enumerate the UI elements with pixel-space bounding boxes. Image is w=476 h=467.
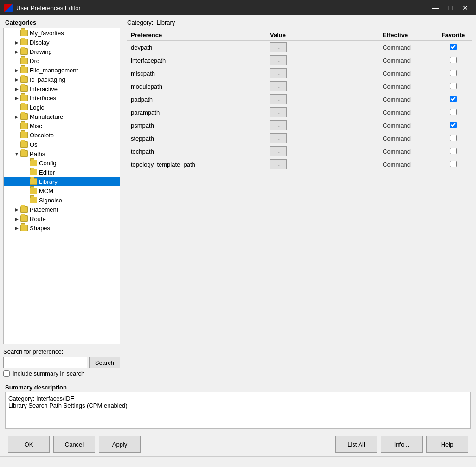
- tree-item-manufacture[interactable]: ▶Manufacture: [4, 112, 120, 121]
- pref-value-button[interactable]: ...: [270, 146, 287, 156]
- tree-expander: [22, 178, 30, 185]
- pref-favorite-cell: [435, 54, 472, 67]
- search-label: Search for preference:: [3, 348, 120, 355]
- tree-item-logic[interactable]: Logic: [4, 103, 120, 112]
- tree-item-misc[interactable]: Misc: [4, 121, 120, 130]
- tree-item-route[interactable]: ▶Route: [4, 214, 120, 223]
- tree-expander[interactable]: ▶: [13, 215, 20, 222]
- search-input[interactable]: [3, 357, 87, 368]
- tree-label: File_management: [30, 67, 78, 74]
- tree-expander[interactable]: ▶: [13, 85, 20, 92]
- tree-item-my_favorites[interactable]: My_favorites: [4, 28, 120, 38]
- tree-label: Logic: [30, 104, 44, 111]
- close-button[interactable]: ✕: [459, 3, 472, 13]
- tree-expander[interactable]: ▶: [13, 113, 20, 120]
- pref-value-button[interactable]: ...: [270, 55, 287, 65]
- tree-item-library[interactable]: Library: [4, 177, 120, 186]
- pref-favorite-checkbox[interactable]: [450, 122, 457, 128]
- tree-label: Drc: [30, 58, 39, 65]
- tree-expander[interactable]: ▶: [13, 48, 20, 55]
- folder-icon: [20, 95, 28, 101]
- pref-favorite-checkbox[interactable]: [450, 70, 457, 76]
- pref-favorite-checkbox[interactable]: [450, 148, 457, 154]
- titlebar: User Preferences Editor — □ ✕: [0, 0, 476, 15]
- pref-favorite-cell: [435, 145, 472, 158]
- pref-favorite-cell: [435, 158, 472, 171]
- pref-value-cell: ...: [266, 41, 313, 54]
- minimize-button[interactable]: —: [429, 3, 442, 13]
- pref-effective: Command: [379, 67, 435, 80]
- tree-expander[interactable]: ▶: [13, 39, 20, 46]
- tree-item-config[interactable]: Config: [4, 158, 120, 168]
- folder-icon: [20, 39, 28, 45]
- pref-value-button[interactable]: ...: [270, 107, 287, 117]
- folder-icon: [20, 215, 28, 222]
- pref-spacer: [313, 158, 379, 171]
- tree-expander[interactable]: ▶: [13, 224, 20, 232]
- folder-icon: [20, 85, 28, 92]
- apply-button[interactable]: Apply: [99, 436, 141, 453]
- tree-item-editor[interactable]: Editor: [4, 168, 120, 177]
- tree-expander[interactable]: ▶: [13, 66, 20, 74]
- pref-value-button[interactable]: ...: [270, 133, 287, 143]
- tree-label: Interfaces: [30, 95, 56, 102]
- tree-item-interfaces[interactable]: ▶Interfaces: [4, 93, 120, 103]
- tree-item-drc[interactable]: Drc: [4, 56, 120, 65]
- list-all-button[interactable]: List All: [335, 436, 377, 453]
- pref-favorite-checkbox[interactable]: [450, 109, 457, 115]
- tree-item-file_management[interactable]: ▶File_management: [4, 65, 120, 75]
- help-button[interactable]: Help: [426, 436, 468, 453]
- tree-label: Display: [30, 39, 50, 46]
- pref-value-button[interactable]: ...: [270, 42, 287, 52]
- tree-item-display[interactable]: ▶Display: [4, 38, 120, 47]
- tree-expander[interactable]: ▼: [13, 150, 20, 157]
- pref-favorite-checkbox[interactable]: [450, 161, 457, 167]
- pref-effective: Command: [379, 145, 435, 158]
- tree-item-signoise[interactable]: Signoise: [4, 195, 120, 205]
- pref-value-button[interactable]: ...: [270, 68, 287, 78]
- tree-item-placement[interactable]: ▶Placement: [4, 205, 120, 214]
- pref-value-button[interactable]: ...: [270, 159, 287, 169]
- pref-name: topology_template_path: [127, 158, 266, 171]
- tree-item-shapes[interactable]: ▶Shapes: [4, 223, 120, 233]
- search-button[interactable]: Search: [89, 357, 120, 368]
- pref-name: parampath: [127, 106, 266, 119]
- left-panel: Categories My_favorites▶Display▶DrawingD…: [0, 15, 123, 381]
- pref-value-button[interactable]: ...: [270, 94, 287, 104]
- pref-value-button[interactable]: ...: [270, 120, 287, 130]
- pref-favorite-checkbox[interactable]: [450, 83, 457, 89]
- tree-item-drawing[interactable]: ▶Drawing: [4, 47, 120, 56]
- cancel-button[interactable]: Cancel: [53, 436, 95, 453]
- tree-expander[interactable]: ▶: [13, 76, 20, 83]
- tree-item-interactive[interactable]: ▶Interactive: [4, 84, 120, 93]
- folder-icon: [20, 104, 28, 110]
- pref-name: padpath: [127, 93, 266, 106]
- include-summary-checkbox[interactable]: [3, 370, 10, 377]
- tree-container[interactable]: My_favorites▶Display▶DrawingDrc▶File_man…: [3, 28, 120, 344]
- tree-item-paths[interactable]: ▼Paths: [4, 149, 120, 158]
- pref-value-button[interactable]: ...: [270, 81, 287, 91]
- ok-button[interactable]: OK: [8, 436, 50, 453]
- pref-favorite-checkbox[interactable]: [450, 57, 457, 63]
- folder-icon: [20, 48, 28, 55]
- pref-value-cell: ...: [266, 93, 313, 106]
- pref-favorite-checkbox[interactable]: [450, 135, 457, 141]
- pref-favorite-checkbox[interactable]: [450, 44, 457, 50]
- maximize-button[interactable]: □: [444, 3, 457, 13]
- tree-expander[interactable]: ▶: [13, 94, 20, 102]
- pref-favorite-checkbox[interactable]: [450, 96, 457, 102]
- summary-section: Summary description Category: Interfaces…: [0, 381, 476, 432]
- tree-item-ic_packaging[interactable]: ▶Ic_packaging: [4, 75, 120, 84]
- statusbar: [0, 456, 476, 467]
- folder-icon: [20, 30, 28, 36]
- footer: OK Cancel Apply List All Info... Help: [0, 432, 476, 456]
- tree-expander[interactable]: ▶: [13, 206, 20, 213]
- tree-item-obsolete[interactable]: Obsolete: [4, 130, 120, 140]
- pref-effective: Command: [379, 41, 435, 54]
- tree-item-os[interactable]: Os: [4, 140, 120, 149]
- tree-item-mcm[interactable]: MCM: [4, 186, 120, 195]
- tree-label: Drawing: [30, 48, 52, 55]
- pref-value-cell: ...: [266, 80, 313, 93]
- info-button[interactable]: Info...: [381, 436, 423, 453]
- col-spacer: [313, 30, 379, 41]
